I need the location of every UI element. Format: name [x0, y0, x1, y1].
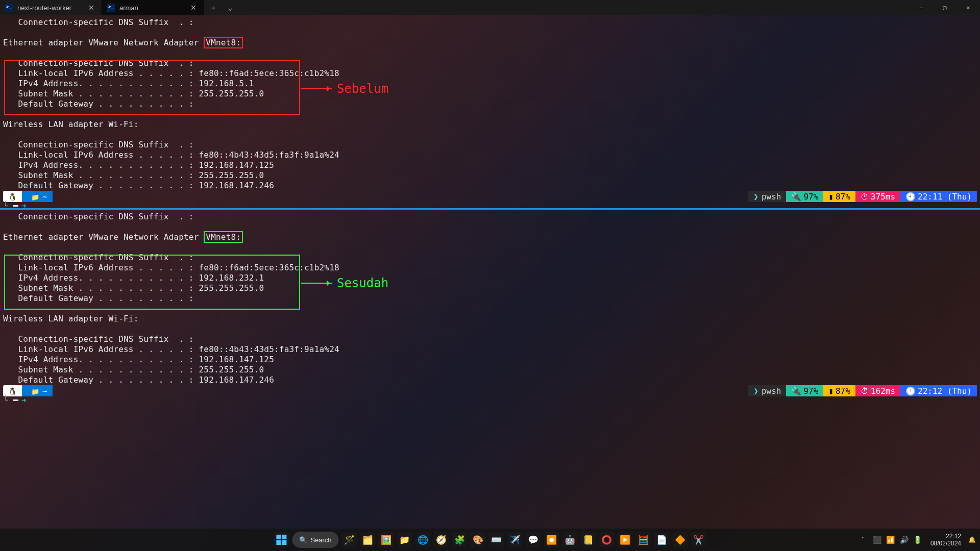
volume-icon[interactable]: 🔊: [900, 536, 909, 544]
android-studio-icon[interactable]: 🤖: [562, 532, 578, 547]
notepad-icon[interactable]: 📒: [581, 532, 596, 547]
app2-icon[interactable]: 🔶: [673, 532, 688, 547]
tab-title: next-router-worker: [17, 4, 71, 12]
vmnet-highlight-after: VMnet8:: [204, 231, 243, 243]
taskbar-clock[interactable]: 22:12 08/02/2024: [930, 533, 961, 547]
clock-icon: [905, 386, 918, 396]
hourglass-icon: [861, 386, 871, 396]
media-player-icon[interactable]: ▶️: [618, 532, 633, 547]
taskbar-date: 08/02/2024: [930, 540, 961, 547]
taskbar-search[interactable]: 🔍 Search: [292, 532, 338, 548]
notifications-icon[interactable]: 🔔: [968, 536, 976, 543]
taskbar-center: 🔍 Search 🪄 🗂️ 🖼️ 📁 🌐 🧭 🧩 🎨 ⌨️ ✈️ 💬 ⏺️ 🤖 …: [274, 532, 706, 548]
prompt-arrow-bottom: [3, 395, 26, 405]
clock-segment: 22:11 (Thu): [900, 191, 977, 202]
exec-time-segment: 375ms: [855, 191, 900, 202]
tray-overflow-button[interactable]: ˄: [861, 536, 864, 543]
tab-next-router-worker[interactable]: next-router-worker ✕: [0, 0, 102, 15]
discord-icon[interactable]: 💬: [526, 532, 541, 547]
annotation-arrow-before: Sebelum: [301, 82, 388, 96]
snipping-tool-icon[interactable]: ✂️: [691, 532, 706, 547]
window-controls: — ▢ ✕: [910, 0, 980, 15]
maximize-button[interactable]: ▢: [933, 0, 957, 15]
search-icon: 🔍: [299, 536, 307, 544]
calculator-icon[interactable]: 🧮: [636, 532, 651, 547]
clock-icon: [905, 192, 918, 202]
shell-icon: [753, 192, 762, 202]
telegram-icon[interactable]: ✈️: [507, 532, 523, 547]
os-segment: [3, 191, 22, 202]
tab-arman[interactable]: arman ✕: [102, 0, 204, 15]
photos-icon[interactable]: 🖼️: [379, 532, 394, 547]
annotation-arrow-after: Sesudah: [301, 276, 388, 290]
cursor: [13, 399, 18, 401]
vmnet-highlight-before: VMnet8:: [204, 37, 243, 48]
search-label: Search: [310, 536, 331, 544]
wifi-icon[interactable]: 📶: [886, 536, 895, 544]
battery-icon[interactable]: 🔋: [913, 536, 922, 544]
exec-time-segment: 162ms: [855, 385, 900, 396]
chrome-icon[interactable]: 🌐: [415, 532, 431, 547]
tux-icon: [8, 192, 17, 202]
vscode-icon[interactable]: 🧩: [452, 532, 468, 547]
annotation-label-after: Sesudah: [337, 276, 388, 290]
terminal-output: Connection-specific DNS Suffix . : Ether…: [3, 17, 977, 191]
close-icon[interactable]: ✕: [86, 4, 96, 12]
powershell-icon: [107, 4, 115, 12]
obs-icon[interactable]: ⏺️: [544, 532, 559, 547]
titlebar: next-router-worker ✕ arman ✕ ＋ ⌄ — ▢ ✕: [0, 0, 980, 15]
terminal-pane-bottom[interactable]: Connection-specific DNS Suffix . : Ether…: [0, 210, 980, 398]
app-icon[interactable]: ⭕: [599, 532, 615, 547]
task-view-icon[interactable]: 🗂️: [360, 532, 376, 547]
clock-segment: 22:12 (Thu): [900, 385, 977, 396]
figma-icon[interactable]: 🎨: [471, 532, 486, 547]
tab-title: arman: [119, 4, 138, 12]
folder-icon: [31, 386, 42, 396]
close-window-button[interactable]: ✕: [957, 0, 980, 15]
taskbar-time: 22:12: [930, 533, 961, 540]
word-icon[interactable]: 📄: [654, 532, 670, 547]
prompt-row-top: ~ pwsh 97% 87% 375ms: [3, 191, 977, 202]
start-button[interactable]: [274, 532, 289, 547]
terminal-icon[interactable]: ⌨️: [489, 532, 504, 547]
hourglass-icon: [861, 192, 871, 202]
prompt-row-bottom: ~ pwsh 97% 87% 162ms: [3, 385, 977, 396]
cursor: [13, 205, 18, 207]
chip-icon: [828, 192, 836, 202]
shell-icon: [753, 386, 762, 396]
terminal-output: Connection-specific DNS Suffix . : Ether…: [3, 212, 977, 385]
copilot-icon[interactable]: 🪄: [342, 532, 357, 547]
system-tray[interactable]: ⬛ 📶 🔊 🔋: [871, 536, 923, 544]
chip-icon: [828, 386, 836, 396]
terminal-panes: Connection-specific DNS Suffix . : Ether…: [0, 15, 980, 398]
edge-icon[interactable]: 🧭: [434, 532, 449, 547]
annotation-label-before: Sebelum: [337, 82, 388, 96]
plug-icon: [791, 386, 803, 396]
tux-icon: [8, 386, 17, 396]
terminal-pane-top[interactable]: Connection-specific DNS Suffix . : Ether…: [0, 15, 980, 208]
powershell-icon: [5, 4, 13, 12]
folder-icon: [31, 192, 42, 202]
new-tab-button[interactable]: ＋: [204, 0, 222, 15]
plug-icon: [791, 192, 803, 202]
file-explorer-icon[interactable]: 📁: [397, 532, 412, 547]
windows-logo-icon: [276, 535, 286, 545]
tray-app-icon[interactable]: ⬛: [873, 536, 881, 544]
taskbar: 🔍 Search 🪄 🗂️ 🖼️ 📁 🌐 🧭 🧩 🎨 ⌨️ ✈️ 💬 ⏺️ 🤖 …: [0, 529, 980, 551]
taskbar-right: ˄ ⬛ 📶 🔊 🔋 22:12 08/02/2024 🔔: [861, 533, 976, 547]
minimize-button[interactable]: —: [910, 0, 933, 15]
tab-dropdown-button[interactable]: ⌄: [222, 0, 239, 15]
close-icon[interactable]: ✕: [188, 4, 199, 12]
os-segment: [3, 385, 22, 396]
